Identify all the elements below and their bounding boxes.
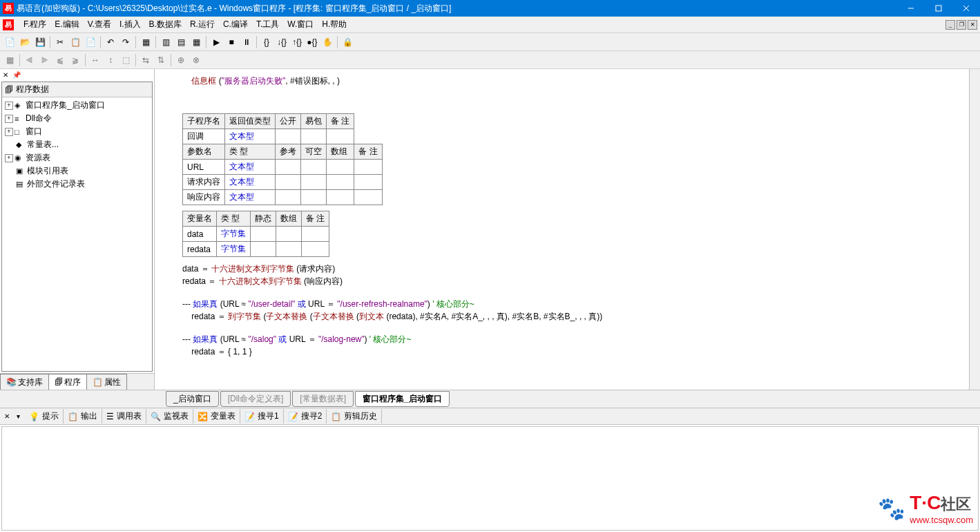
- menu-view[interactable]: V.查看: [84, 17, 115, 32]
- redo-button[interactable]: ↷: [119, 35, 133, 49]
- new-button[interactable]: 📄: [3, 35, 17, 49]
- otab-search2[interactable]: 📝搜寻2: [284, 409, 327, 424]
- output-close-icon[interactable]: ✕: [3, 412, 11, 421]
- tree-node-const[interactable]: ◆ 常量表...: [3, 138, 151, 151]
- copy-button[interactable]: 📋: [68, 35, 82, 49]
- tree-node-moduleref[interactable]: ▣ 模块引用表: [3, 164, 151, 178]
- tree-label: 模块引用表: [27, 165, 68, 177]
- save-button[interactable]: 💾: [33, 35, 47, 49]
- step-out-button[interactable]: ↑{}: [290, 35, 304, 49]
- menu-window[interactable]: W.窗口: [283, 17, 318, 32]
- align-grid-button[interactable]: ▦: [3, 53, 17, 67]
- menu-insert[interactable]: I.插入: [115, 17, 145, 32]
- svg-rect-1: [936, 6, 941, 11]
- align-top-button[interactable]: ⫺: [68, 53, 82, 67]
- menu-tools[interactable]: T.工具: [252, 17, 283, 32]
- tree-node-windowset[interactable]: + ◈ 窗口程序集_启动窗口: [3, 99, 151, 112]
- doc-tab-dll[interactable]: [Dll命令定义表]: [220, 391, 291, 407]
- panel-close-icon[interactable]: ✕: [1, 70, 10, 79]
- lightbulb-icon: 💡: [29, 412, 39, 421]
- tab-program[interactable]: 🗐 程序: [48, 374, 87, 390]
- tree-expander-icon[interactable]: +: [5, 128, 13, 136]
- menu-file[interactable]: F.程序: [19, 17, 50, 32]
- otab-clip[interactable]: 📋剪辑历史: [327, 409, 382, 424]
- watermark-url: www.tcsqw.com: [910, 515, 973, 525]
- otab-vars[interactable]: 🔀变量表: [193, 409, 240, 424]
- center-h-button[interactable]: ⊕: [174, 53, 188, 67]
- layout3-button[interactable]: ▦: [189, 35, 203, 49]
- vertical-scrollbar[interactable]: [969, 69, 980, 390]
- subroutine-table: 子程序名返回值类型公开易包备 注 回调文本型 参数名类 型参考可空数组备 注 U…: [182, 113, 383, 205]
- lock-button[interactable]: 🔒: [340, 35, 354, 49]
- tree-node-window[interactable]: + □ 窗口: [3, 125, 151, 138]
- breakpoint-button[interactable]: ●{}: [305, 35, 319, 49]
- tab-properties[interactable]: 📋 属性: [86, 374, 127, 390]
- menu-help[interactable]: H.帮助: [318, 17, 351, 32]
- left-panel: ✕ 📌 🗐 程序数据 + ◈ 窗口程序集_启动窗口 + ≡ Dll命令: [0, 69, 155, 390]
- mdi-restore[interactable]: ❐: [957, 20, 966, 30]
- mascot-icon: 🐾: [878, 495, 905, 522]
- output-pin-icon[interactable]: ▾: [14, 412, 22, 421]
- vspace-button[interactable]: ⇅: [154, 53, 168, 67]
- toolbar-align: ▦ ⫷ ⫸ ⫹ ⫺ ↔ ↕ ⬚ ⇆ ⇅ ⊕ ⊗: [0, 51, 980, 69]
- toolbar-main: 📄 📂 💾 ✂ 📋 📄 ↶ ↷ ▦ ▥ ▤ ▦ ▶ ■ ⏸ {} ↓{} ↑{}…: [0, 33, 980, 51]
- stack-icon: ☰: [106, 412, 114, 421]
- tree-expander-icon[interactable]: +: [5, 102, 13, 110]
- output-panel: ✕ ▾ 💡提示 📋输出 ☰调用表 🔍监视表 🔀变量表 📝搜寻1 📝搜寻2 📋剪辑…: [0, 408, 980, 532]
- layout1-button[interactable]: ▥: [159, 35, 173, 49]
- run-button[interactable]: ▶: [209, 35, 223, 49]
- minimize-button[interactable]: [897, 0, 925, 17]
- tree-node-dll[interactable]: + ≡ Dll命令: [3, 112, 151, 125]
- doc-tab-windowset[interactable]: 窗口程序集_启动窗口: [355, 391, 450, 407]
- hspace-button[interactable]: ⇆: [139, 53, 153, 67]
- tree-node-resource[interactable]: + ◉ 资源表: [3, 151, 151, 164]
- open-button[interactable]: 📂: [18, 35, 32, 49]
- same-width-button[interactable]: ↔: [88, 53, 102, 67]
- output-body[interactable]: [1, 426, 979, 531]
- align-right-button[interactable]: ⫹: [53, 53, 67, 67]
- form-button[interactable]: ▦: [139, 35, 153, 49]
- mdi-close[interactable]: ✕: [968, 20, 977, 30]
- layout2-button[interactable]: ▤: [174, 35, 188, 49]
- step-over-button[interactable]: {}: [260, 35, 273, 49]
- titlebar: 易 易语言(加密狗版) - C:\Users\26325\Desktop\过实名…: [0, 0, 980, 17]
- align-left-button[interactable]: ⫷: [23, 53, 37, 67]
- tree-node-extfile[interactable]: ▤ 外部文件记录表: [3, 178, 151, 191]
- menu-run[interactable]: R.运行: [186, 17, 219, 32]
- tree-expander-icon[interactable]: +: [5, 154, 13, 162]
- undo-button[interactable]: ↶: [104, 35, 117, 49]
- otab-search1[interactable]: 📝搜寻1: [240, 409, 284, 424]
- otab-debug[interactable]: ☰调用表: [102, 409, 146, 424]
- pause-button[interactable]: ⏸: [240, 35, 253, 49]
- tree-label: 资源表: [26, 152, 50, 164]
- close-button[interactable]: [952, 0, 980, 17]
- doc-tab-const[interactable]: [常量数据表]: [292, 391, 354, 407]
- magnifier-icon: 🔍: [151, 412, 161, 421]
- panel-pin-icon[interactable]: 📌: [12, 70, 21, 79]
- step-into-button[interactable]: ↓{}: [275, 35, 289, 49]
- menu-edit[interactable]: E.编辑: [50, 17, 83, 32]
- align-center-button[interactable]: ⫸: [38, 53, 52, 67]
- otab-watch[interactable]: 🔍监视表: [146, 409, 193, 424]
- code-editor[interactable]: 信息框 ("服务器启动失败", #错误图标, , ) 子程序名返回值类型公开易包…: [155, 69, 980, 390]
- resource-icon: ◉: [15, 153, 24, 162]
- menu-database[interactable]: B.数据库: [145, 17, 186, 32]
- maximize-button[interactable]: [925, 0, 952, 17]
- same-size-button[interactable]: ⬚: [119, 53, 133, 67]
- paste-button[interactable]: 📄: [84, 35, 97, 49]
- mdi-minimize[interactable]: _: [945, 20, 955, 30]
- doc-tab-startwin[interactable]: _启动窗口: [166, 391, 219, 407]
- otab-output[interactable]: 📋输出: [64, 409, 102, 424]
- window-icon: □: [15, 128, 24, 136]
- center-v-button[interactable]: ⊗: [189, 53, 203, 67]
- tree-expander-icon[interactable]: +: [5, 115, 13, 123]
- hand-button[interactable]: ✋: [320, 35, 334, 49]
- same-height-button[interactable]: ↕: [104, 53, 117, 67]
- search-icon: 📝: [244, 412, 255, 421]
- stop-button[interactable]: ■: [224, 35, 238, 49]
- tab-support-lib[interactable]: 📚 支持库: [0, 374, 49, 390]
- project-tree: + ◈ 窗口程序集_启动窗口 + ≡ Dll命令 + □ 窗口 ◆ 常: [2, 97, 152, 192]
- menu-compile[interactable]: C.编译: [219, 17, 252, 32]
- cut-button[interactable]: ✂: [53, 35, 67, 49]
- otab-hint[interactable]: 💡提示: [25, 409, 64, 424]
